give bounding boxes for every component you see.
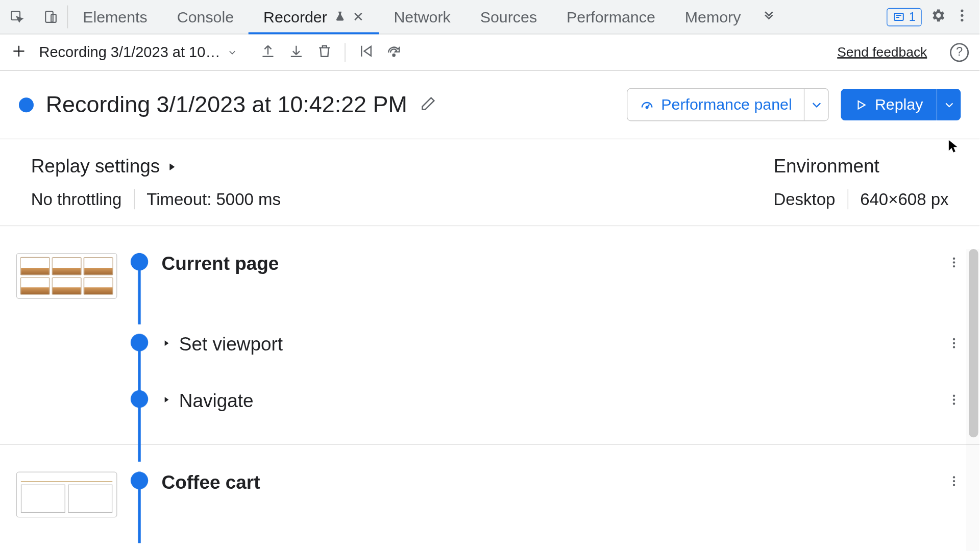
timeline-dot-icon (131, 253, 148, 270)
new-recording-button[interactable] (11, 43, 27, 62)
cursor-icon (947, 138, 960, 155)
import-button[interactable] (260, 43, 276, 62)
svg-point-14 (953, 346, 955, 348)
svg-point-6 (961, 19, 963, 21)
step-block-set-viewport: Set viewport (16, 334, 964, 355)
step-expander[interactable]: Navigate (162, 390, 933, 412)
replay-button[interactable]: Replay (841, 89, 961, 120)
flask-icon (334, 8, 346, 26)
tab-label: Network (394, 8, 450, 26)
svg-point-16 (953, 398, 955, 400)
replay-label: Replay (875, 95, 923, 114)
step-replay-button[interactable] (357, 43, 374, 62)
throttling-value: No throttling (31, 189, 122, 209)
step-title: Coffee cart (162, 472, 260, 493)
svg-point-9 (953, 258, 955, 260)
kebab-icon[interactable] (954, 8, 970, 27)
tab-label: Elements (83, 8, 147, 26)
svg-point-17 (953, 403, 955, 405)
tab-label: Performance (567, 8, 655, 26)
recorder-toolbar: Recording 3/1/2023 at 10… Send feedback … (0, 34, 979, 70)
issues-chip[interactable]: 1 (887, 8, 922, 26)
tab-console[interactable]: Console (162, 0, 249, 34)
step-expander[interactable]: Set viewport (162, 334, 933, 355)
svg-point-10 (953, 261, 955, 263)
step-kebab-button[interactable] (945, 253, 964, 274)
inspect-element-icon[interactable] (0, 0, 34, 34)
performance-panel-dropdown[interactable] (804, 89, 828, 120)
svg-point-15 (953, 395, 955, 397)
steps-container: Current page Set viewport Navigate (0, 226, 979, 517)
svg-point-11 (953, 265, 955, 267)
export-button[interactable] (288, 43, 305, 62)
replay-settings-label: Replay settings (31, 156, 160, 177)
step-kebab-button[interactable] (945, 334, 964, 355)
step-thumbnail[interactable] (16, 253, 117, 299)
performance-panel-button[interactable]: Performance panel (627, 88, 829, 121)
gauge-icon (640, 97, 654, 112)
tab-label: Sources (480, 8, 537, 26)
scrollbar[interactable] (966, 249, 979, 551)
tab-network[interactable]: Network (379, 0, 465, 34)
recording-settings-row: Replay settings No throttling Timeout: 5… (0, 139, 979, 226)
tab-label: Memory (685, 8, 741, 26)
tab-memory[interactable]: Memory (670, 0, 756, 34)
tab-label: Console (177, 8, 234, 26)
step-block-coffee-cart: Coffee cart (16, 472, 964, 518)
environment-label: Environment (773, 156, 948, 177)
timeline-dot-icon (131, 472, 148, 489)
step-kebab-button[interactable] (945, 390, 964, 412)
devtools-tab-strip: Elements Console Recorder ✕ Network Sour… (0, 0, 979, 34)
step-kebab-button[interactable] (945, 472, 964, 493)
svg-rect-2 (51, 14, 56, 22)
step-over-button[interactable] (386, 43, 402, 62)
svg-rect-1 (45, 11, 53, 22)
step-title: Navigate (179, 390, 254, 412)
recording-selector[interactable]: Recording 3/1/2023 at 10… (39, 43, 248, 61)
svg-point-19 (953, 480, 955, 482)
replay-settings-toggle[interactable]: Replay settings (31, 156, 281, 177)
svg-point-4 (961, 9, 963, 12)
recording-header: Recording 3/1/2023 at 10:42:22 PM Perfor… (0, 70, 979, 139)
issues-count: 1 (909, 10, 916, 24)
performance-panel-label: Performance panel (661, 95, 792, 114)
chevron-right-icon (162, 395, 171, 407)
device-toolbar-icon[interactable] (34, 0, 67, 34)
tab-elements[interactable]: Elements (68, 0, 162, 34)
step-title: Set viewport (179, 334, 283, 355)
replay-dropdown[interactable] (937, 89, 961, 120)
svg-rect-3 (894, 13, 903, 20)
chevron-right-icon (162, 338, 171, 350)
svg-point-13 (953, 342, 955, 344)
viewport-value: 640×608 px (860, 189, 948, 209)
svg-point-12 (953, 338, 955, 340)
svg-point-7 (393, 54, 395, 56)
status-dot-icon (19, 97, 34, 112)
tab-label: Recorder (263, 8, 327, 26)
chevron-right-icon (166, 156, 177, 177)
gear-icon[interactable] (930, 8, 946, 27)
step-thumbnail[interactable] (16, 472, 117, 518)
recording-title: Recording 3/1/2023 at 10:42:22 PM (46, 91, 407, 117)
send-feedback-link[interactable]: Send feedback (837, 44, 927, 60)
timeout-value: Timeout: 5000 ms (146, 189, 281, 209)
close-icon[interactable]: ✕ (353, 10, 364, 23)
timeline-dot-icon (131, 334, 148, 351)
svg-point-18 (953, 476, 955, 478)
svg-point-20 (953, 484, 955, 486)
step-title: Current page (162, 253, 279, 274)
tab-sources[interactable]: Sources (465, 0, 552, 34)
tab-recorder[interactable]: Recorder ✕ (249, 0, 379, 34)
recording-selector-label: Recording 3/1/2023 at 10… (39, 43, 220, 61)
tab-performance[interactable]: Performance (552, 0, 670, 34)
delete-button[interactable] (316, 43, 333, 62)
device-value: Desktop (773, 189, 835, 209)
more-tabs-icon[interactable] (755, 0, 782, 34)
timeline-dot-icon (131, 390, 148, 408)
step-block-current-page: Current page (16, 253, 964, 299)
svg-point-5 (961, 14, 963, 17)
step-block-navigate: Navigate (16, 390, 964, 412)
help-icon[interactable]: ? (950, 43, 969, 62)
edit-title-button[interactable] (419, 94, 436, 115)
play-icon (854, 98, 868, 111)
